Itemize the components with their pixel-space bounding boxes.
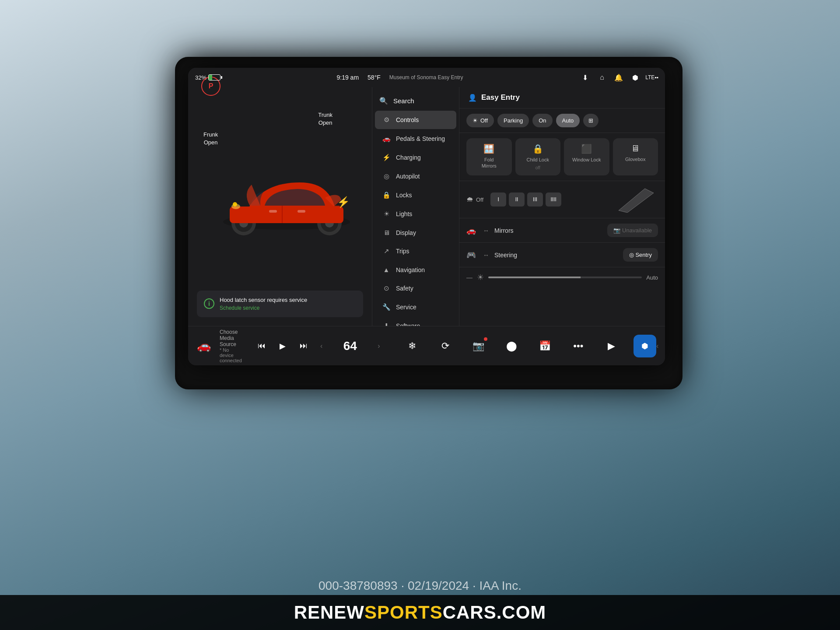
brightness-high-icon: ☀ xyxy=(477,273,484,282)
person-icon: 👤 xyxy=(468,94,477,102)
sidebar-item-safety[interactable]: ⊙ Safety xyxy=(375,279,456,298)
glovebox-tile[interactable]: 🖥 Glovebox xyxy=(613,138,658,175)
left-panel: Frunk Open Trunk Open xyxy=(188,87,372,326)
taskbar-calendar-icon[interactable]: 📅 xyxy=(534,335,556,357)
search-field[interactable]: 🔍 Search xyxy=(372,91,459,110)
battery-fill xyxy=(209,75,212,80)
svg-point-13 xyxy=(233,202,237,206)
sidebar-item-display[interactable]: 🖥 Display xyxy=(375,224,456,242)
fold-mirrors-tile[interactable]: 🪟 FoldMirrors xyxy=(466,138,512,175)
sidebar-item-autopilot[interactable]: ◎ Autopilot xyxy=(375,167,456,186)
taskbar-bluetooth-icon[interactable]: ⬢ xyxy=(634,335,656,357)
sentry-button[interactable]: ◎ Sentry xyxy=(623,248,658,262)
mirrors-expand-icon: ↔ xyxy=(483,227,489,234)
wiper-speed-2[interactable]: II xyxy=(509,192,525,206)
taskbar-camera-icon[interactable]: 📷 xyxy=(467,335,490,357)
temperature-display: 58°F xyxy=(368,74,381,81)
speed-value: 64 xyxy=(343,339,357,353)
sentry-circle-icon: ◎ xyxy=(629,252,634,258)
alert-icon: i xyxy=(204,298,214,309)
taskbar-chevron-left[interactable]: ‹ xyxy=(656,342,658,350)
wiper-row: 🌧 Off I II III IIII xyxy=(459,181,665,218)
sidebar-item-controls[interactable]: ⚙ Controls xyxy=(375,111,456,129)
next-track-button[interactable]: ⏭ xyxy=(297,339,310,353)
taskbar-circle-icon[interactable]: ⬤ xyxy=(500,335,523,357)
media-controls: Choose Media Source * No device connecte… xyxy=(215,329,310,363)
sidebar-menu: 🔍 Search ⚙ Controls 🚗 Pedals & Steering … xyxy=(372,87,459,326)
brightness-low-icon: — xyxy=(466,274,472,281)
wiper-visual xyxy=(564,186,658,213)
easy-entry-header: 👤 Easy Entry xyxy=(459,87,665,108)
bluetooth-icon[interactable]: ⬢ xyxy=(629,71,641,84)
taskbar-play-icon[interactable]: ▶ xyxy=(600,335,623,357)
sun-icon: ☀ xyxy=(472,117,478,124)
steering-expand-icon: ↔ xyxy=(483,252,489,259)
window-lock-tile[interactable]: ⬛ Window Lock xyxy=(564,138,609,175)
steering-label: Steering xyxy=(494,252,618,259)
car-visualization: ⚡ xyxy=(210,113,363,291)
steering-row: 🎮 ↔ Steering ◎ Sentry xyxy=(459,243,665,267)
taskbar-center: ‹ 64 › ❄ ⟳ 📷 ⬤ 📅 xyxy=(310,335,656,357)
wiper-speed-4[interactable]: IIII xyxy=(546,192,561,206)
search-icon: 🔍 xyxy=(379,97,388,105)
prev-track-button[interactable]: ⏮ xyxy=(255,339,268,353)
watermark-sports: SPORTS xyxy=(364,602,443,623)
brightness-slider[interactable] xyxy=(488,276,642,278)
steering-icon: 🎮 xyxy=(466,250,476,260)
service-icon: 🔧 xyxy=(382,303,391,311)
lights-auto-button[interactable]: Auto xyxy=(556,114,580,127)
notification-icon[interactable]: 🔔 xyxy=(612,71,625,84)
taskbar-dots-icon[interactable]: ••• xyxy=(567,335,590,357)
unavailable-indicator: 📷 Unavailable xyxy=(607,224,658,237)
locks-icon: 🔒 xyxy=(382,191,391,199)
status-center: 9:19 am 58°F Museum of Sonoma Easy Entry xyxy=(336,74,463,81)
taskbar-speed-left: ‹ xyxy=(310,335,333,357)
wiper-off-label: Off xyxy=(476,196,483,203)
taskbar-ac-icon[interactable]: ❄ xyxy=(401,335,424,357)
mirrors-icon: 🚗 xyxy=(466,226,476,235)
service-alert[interactable]: i Hood latch sensor requires service Sch… xyxy=(197,290,363,318)
watermark-renew: RENEW xyxy=(294,602,364,623)
wiper-speed-3[interactable]: III xyxy=(527,192,543,206)
mirrors-label: Mirrors xyxy=(494,227,602,234)
child-lock-tile[interactable]: 🔒 Child Lock off xyxy=(515,138,561,175)
signal-icon[interactable]: LTE▪▪ xyxy=(646,71,658,84)
sidebar-item-navigation[interactable]: ▲ Navigation xyxy=(375,261,456,279)
tesla-screen: P 32% 9:19 am 58°F Museum of Sonoma Easy… xyxy=(188,68,665,365)
sidebar-item-software[interactable]: ⬇ Software xyxy=(375,317,456,326)
pedals-icon: 🚗 xyxy=(382,135,391,143)
lights-off-button[interactable]: ☀ Off xyxy=(466,114,494,127)
autopilot-icon: ◎ xyxy=(382,172,391,180)
taskbar-fan-icon[interactable]: ⟳ xyxy=(434,335,457,357)
media-source-area: Choose Media Source * No device connecte… xyxy=(215,329,246,363)
wiper-speed-1[interactable]: I xyxy=(490,192,506,206)
home-icon[interactable]: ⌂ xyxy=(596,71,608,84)
location-display: Museum of Sonoma Easy Entry xyxy=(389,74,463,80)
safety-icon: ⊙ xyxy=(382,284,391,292)
sidebar-item-trips[interactable]: ↗ Trips xyxy=(375,242,456,260)
play-pause-button[interactable]: ▶ xyxy=(277,339,288,354)
battery-tip xyxy=(221,76,222,79)
download-icon[interactable]: ⬇ xyxy=(579,71,592,84)
sidebar-item-service[interactable]: 🔧 Service xyxy=(375,298,456,316)
sidebar-item-charging[interactable]: ⚡ Charging xyxy=(375,148,456,167)
lights-on-button[interactable]: On xyxy=(532,114,552,127)
navigation-icon: ▲ xyxy=(382,266,391,273)
main-content: Frunk Open Trunk Open xyxy=(188,87,665,326)
wiper-icon: 🌧 xyxy=(466,196,473,203)
icon-grid: 🪟 FoldMirrors 🔒 Child Lock off ⬛ Window … xyxy=(459,133,665,181)
car-status-icon[interactable]: 🚗 xyxy=(197,339,211,353)
lights-parking-button[interactable]: Parking xyxy=(497,114,529,127)
taskbar: 🚗 Choose Media Source * No device connec… xyxy=(188,326,665,365)
status-bar: P 32% 9:19 am 58°F Museum of Sonoma Easy… xyxy=(188,68,665,87)
status-right: ⬇ ⌂ 🔔 ⬢ LTE▪▪ xyxy=(579,71,658,84)
auto-brightness-label: Auto xyxy=(646,274,658,281)
watermark-bar: RENEW SPORTS CARS.COM xyxy=(0,595,840,630)
camera-icon: 📷 xyxy=(613,227,620,234)
sidebar-item-lights[interactable]: ☀ Lights xyxy=(375,205,456,223)
sidebar-item-pedals[interactable]: 🚗 Pedals & Steering xyxy=(375,130,456,148)
battery-bar xyxy=(208,74,220,80)
lights-extra-button[interactable]: ⊞ xyxy=(583,114,598,127)
trips-icon: ↗ xyxy=(382,247,391,255)
sidebar-item-locks[interactable]: 🔒 Locks xyxy=(375,186,456,204)
